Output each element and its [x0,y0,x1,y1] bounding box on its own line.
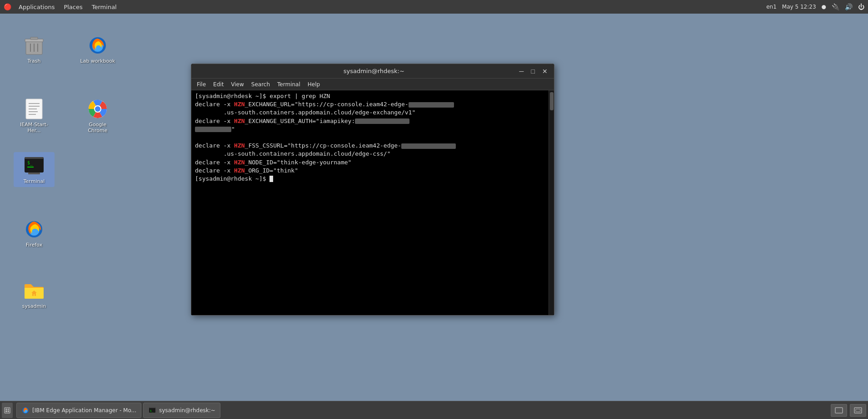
terminal-menu-view[interactable]: View [227,80,247,89]
app-indicator-icon: 🔴 [4,3,11,10]
svg-text:$_: $_ [150,409,154,413]
svg-rect-28 [8,410,9,412]
firefox-icon [23,218,45,240]
applications-menu[interactable]: Applications [15,3,58,11]
svg-rect-36 [856,409,860,412]
minimize-button[interactable]: ─ [517,67,527,76]
taskbar-firefox-icon [21,406,30,414]
lab-workbook-icon [87,35,109,56]
record-indicator: ● [822,4,826,10]
terminal-line-7: .us-south.containers.appdomain.cloud/edg… [195,150,550,158]
sysadmin-label: sysadmin [22,303,46,309]
terminal-prompt-line: [sysadmin@rhdesk ~]$ [195,175,550,183]
desktop-icon-google-chrome[interactable]: Google Chrome [77,95,118,136]
terminal-scrollbar[interactable] [549,90,554,315]
taskbar-terminal-icon: $_ [148,406,156,414]
terminal-line-2: declare -x HZN_EXCHANGE_URL="https://cp-… [195,100,550,108]
terminal-menu-top[interactable]: Terminal [88,3,120,11]
svg-rect-25 [5,409,7,410]
terminal-line-8: declare -x HZN_NODE_ID="think-edge-yourn… [195,158,550,167]
terminal-line-6: declare -x HZN_FSS_CSSURL="https://cp-co… [195,142,550,150]
scrollbar-thumb[interactable] [550,92,554,110]
lab-workbook-label: Lab workbook [80,58,115,64]
google-chrome-label: Google Chrome [80,122,115,133]
google-chrome-icon [87,98,109,120]
svg-rect-21 [28,173,40,174]
svg-text:$_: $_ [27,160,33,166]
datetime-display: May 5 12:23 [782,4,816,10]
desktop-icon-trash[interactable]: Trash [14,32,55,67]
svg-rect-18 [25,157,44,159]
terminal-window-buttons: ─ □ ✕ [517,67,550,76]
svg-rect-35 [854,408,862,413]
ieam-label: IEAM-Start-Her... [16,122,52,133]
svg-rect-2 [30,37,38,39]
places-menu[interactable]: Places [60,3,86,11]
terminal-cursor [269,176,273,182]
desktop-icon-lab-workbook[interactable]: Lab workbook [77,32,118,67]
power-icon: ⏻ [858,3,864,10]
show-desktop-button[interactable] [2,403,13,418]
terminal-menu-edit[interactable]: Edit [210,80,227,89]
svg-rect-27 [5,410,7,412]
trash-label: Trash [27,58,40,64]
svg-rect-26 [8,409,9,410]
close-button[interactable]: ✕ [539,67,550,76]
desktop-icon-firefox[interactable]: Firefox [14,216,55,251]
terminal-line-3: .us-south.containers.appdomain.cloud/edg… [195,108,550,117]
taskbar-item-terminal[interactable]: $_ sysadmin@rhdesk:~ [143,403,220,418]
terminal-window: sysadmin@rhdesk:~ ─ □ ✕ File Edit View S… [191,64,554,315]
terminal-menubar: File Edit View Search Terminal Help [191,79,554,90]
taskbar-window-button-2[interactable] [850,404,866,417]
terminal-line-1: [sysadmin@rhdesk ~]$ export | grep HZN [195,92,550,100]
terminal-menu-help[interactable]: Help [304,80,324,89]
desktop: Trash Lab workbook IEAM-S [0,14,868,401]
terminal-menu-file[interactable]: File [193,80,210,89]
terminal-body[interactable]: [sysadmin@rhdesk ~]$ export | grep HZN d… [191,90,554,315]
top-bar-right: en1 May 5 12:23 ● 🔌 🔊 ⏻ [766,3,864,10]
svg-rect-34 [835,408,843,413]
taskbar-window-button-1[interactable] [831,404,847,417]
terminal-desktop-label: Terminal [24,178,45,184]
volume-icon: 🔊 [845,3,853,10]
firefox-label: Firefox [26,242,42,248]
top-bar-left: 🔴 Applications Places Terminal [4,3,120,11]
language-indicator: en1 [766,4,777,10]
svg-rect-32 [149,407,155,408]
taskbar-right [831,404,866,417]
desktop-icon-terminal[interactable]: $_ Terminal [14,152,55,187]
trash-icon [23,35,45,56]
terminal-window-title: sysadmin@rhdesk:~ [231,68,517,74]
terminal-line-9: declare -x HZN_ORG_ID="think" [195,167,550,175]
ieam-icon [23,98,45,120]
maximize-button[interactable]: □ [529,67,538,76]
taskbar: [IBM Edge Application Manager - Mo... $_… [0,401,868,419]
terminal-titlebar: sysadmin@rhdesk:~ ─ □ ✕ [191,64,554,79]
desktop-icon-sysadmin[interactable]: sysadmin [14,277,55,312]
terminal-line-blank [195,133,550,142]
svg-point-16 [95,106,100,112]
terminal-line-5: " [195,125,550,133]
sysadmin-folder-icon [23,280,45,301]
terminal-desktop-icon: $_ [23,155,45,177]
terminal-menu-terminal[interactable]: Terminal [274,80,304,89]
taskbar-terminal-label: sysadmin@rhdesk:~ [159,407,215,414]
taskbar-ibm-edge-label: [IBM Edge Application Manager - Mo... [32,407,136,414]
terminal-line-4: declare -x HZN_EXCHANGE_USER_AUTH="iamap… [195,117,550,125]
taskbar-item-ibm-edge[interactable]: [IBM Edge Application Manager - Mo... [16,403,141,418]
top-menu-bar: 🔴 Applications Places Terminal en1 May 5… [0,0,868,14]
network-icon: 🔌 [832,3,839,10]
desktop-icon-ieam[interactable]: IEAM-Start-Her... [14,95,55,136]
terminal-menu-search[interactable]: Search [248,80,274,89]
